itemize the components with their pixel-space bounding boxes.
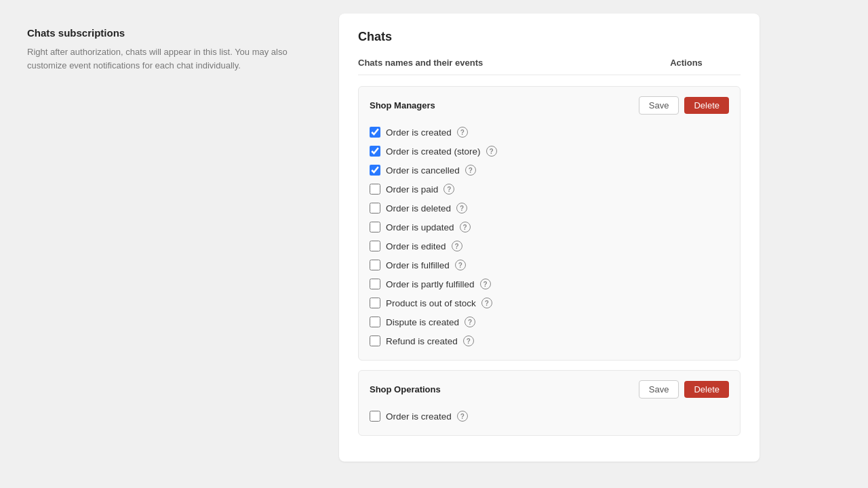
label-order-created[interactable]: Order is created? [370,127,468,138]
help-icon-dispute-created[interactable]: ? [465,317,475,327]
item-label-refund-created: Refund is created [386,336,458,346]
item-label-dispute-created: Dispute is created [386,317,459,327]
list-item: Order is paid? [370,180,729,199]
checkbox-order-created[interactable] [370,127,380,138]
section-title-shop-operations: Shop Operations [370,384,441,394]
help-icon-order-created[interactable]: ? [457,127,468,138]
label-order-cancelled[interactable]: Order is cancelled? [370,165,476,176]
section-header-shop-operations: Shop OperationsSaveDelete [370,380,729,399]
delete-button-shop-managers[interactable]: Delete [684,97,729,114]
save-button-shop-managers[interactable]: Save [639,96,679,115]
section-header-shop-managers: Shop ManagersSaveDelete [370,96,729,115]
section-shop-managers: Shop ManagersSaveDeleteOrder is created?… [358,86,741,361]
checkbox-order-partly-fulfilled[interactable] [370,279,380,289]
checkbox-order-updated[interactable] [370,222,380,232]
item-label-order-cancelled: Order is cancelled [386,165,460,176]
checkbox-product-out-of-stock[interactable] [370,298,380,308]
label-order-fulfilled[interactable]: Order is fulfilled? [370,260,466,270]
right-panel: Chats Chats names and their events Actio… [332,0,773,488]
help-icon-order-fulfilled[interactable]: ? [455,260,466,270]
label-order-created-ops[interactable]: Order is created? [370,411,468,422]
label-refund-created[interactable]: Refund is created? [370,336,474,346]
checkbox-order-deleted[interactable] [370,203,380,214]
list-item: Order is edited? [370,237,729,256]
label-order-updated[interactable]: Order is updated? [370,222,471,232]
list-item: Order is created? [370,123,729,142]
list-item: Order is deleted? [370,199,729,218]
list-item: Order is fulfilled? [370,256,729,274]
label-order-deleted[interactable]: Order is deleted? [370,203,467,214]
item-label-order-edited: Order is edited [386,241,446,251]
save-button-shop-operations[interactable]: Save [639,380,679,399]
label-order-created-store[interactable]: Order is created (store)? [370,146,497,157]
checkbox-order-edited[interactable] [370,241,380,251]
checkbox-order-created-ops[interactable] [370,411,380,422]
checkbox-refund-created[interactable] [370,336,380,346]
checkbox-order-fulfilled[interactable] [370,260,380,270]
help-icon-order-deleted[interactable]: ? [456,203,467,214]
list-item: Order is updated? [370,218,729,237]
help-icon-order-created-ops[interactable]: ? [457,411,468,422]
section-actions-shop-operations: SaveDelete [639,380,729,399]
help-icon-refund-created[interactable]: ? [463,336,474,346]
section-actions-shop-managers: SaveDelete [639,96,729,115]
table-header: Chats names and their events Actions [358,58,741,75]
help-icon-order-paid[interactable]: ? [443,184,454,195]
list-item: Order is created? [370,407,729,426]
left-panel-description: Right after authorization, chats will ap… [27,45,312,72]
list-item: Order is cancelled? [370,161,729,180]
delete-button-shop-operations[interactable]: Delete [684,381,729,398]
list-item: Order is created (store)? [370,142,729,161]
item-label-order-created: Order is created [386,127,452,138]
help-icon-order-edited[interactable]: ? [452,241,462,251]
left-panel-title: Chats subscriptions [27,27,312,39]
item-label-order-deleted: Order is deleted [386,203,451,214]
list-item: Dispute is created? [370,312,729,331]
section-title-shop-managers: Shop Managers [370,100,435,110]
table-header-events: Chats names and their events [358,58,483,68]
help-icon-order-partly-fulfilled[interactable]: ? [480,279,491,289]
item-label-order-paid: Order is paid [386,184,438,195]
table-header-actions: Actions [632,58,741,68]
help-icon-order-updated[interactable]: ? [460,222,471,232]
checkbox-order-created-store[interactable] [370,146,380,157]
item-label-order-fulfilled: Order is fulfilled [386,260,450,270]
label-order-paid[interactable]: Order is paid? [370,184,454,195]
help-icon-order-created-store[interactable]: ? [486,146,497,157]
item-label-order-updated: Order is updated [386,222,454,232]
checkbox-order-cancelled[interactable] [370,165,380,176]
list-item: Order is partly fulfilled? [370,274,729,293]
item-label-product-out-of-stock: Product is out of stock [386,298,476,308]
item-label-order-partly-fulfilled: Order is partly fulfilled [386,279,475,289]
label-order-partly-fulfilled[interactable]: Order is partly fulfilled? [370,279,491,289]
checkbox-order-paid[interactable] [370,184,380,195]
label-order-edited[interactable]: Order is edited? [370,241,462,251]
help-icon-order-cancelled[interactable]: ? [465,165,476,176]
list-item: Product is out of stock? [370,293,729,312]
checkbox-dispute-created[interactable] [370,317,380,327]
page-title: Chats [358,30,741,44]
left-panel: Chats subscriptions Right after authoriz… [0,0,332,488]
list-item: Refund is created? [370,331,729,350]
section-shop-operations: Shop OperationsSaveDeleteOrder is create… [358,370,741,436]
label-dispute-created[interactable]: Dispute is created? [370,317,475,327]
help-icon-product-out-of-stock[interactable]: ? [481,298,492,308]
sections-container: Shop ManagersSaveDeleteOrder is created?… [358,86,741,436]
item-label-order-created-ops: Order is created [386,411,452,422]
chats-card: Chats Chats names and their events Actio… [339,14,760,462]
item-label-order-created-store: Order is created (store) [386,146,481,157]
label-product-out-of-stock[interactable]: Product is out of stock? [370,298,492,308]
